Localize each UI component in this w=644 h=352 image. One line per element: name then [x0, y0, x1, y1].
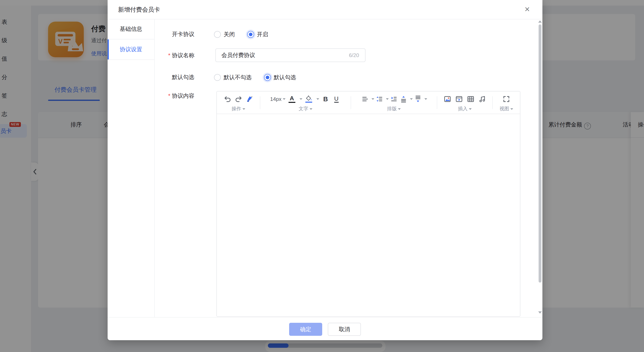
insert-image-icon[interactable] — [443, 94, 452, 104]
cancel-button[interactable]: 取消 — [328, 323, 361, 336]
agreement-name-value: 会员付费协议 — [222, 51, 349, 59]
modal-tab-rail: 基础信息 协议设置 — [108, 19, 155, 317]
add-paid-member-card-modal: 新增付费会员卡 × 基础信息 协议设置 开卡协议 关闭 开启 协议名称 会员付费… — [108, 0, 542, 340]
toolbar-group-operations: 操作 — [217, 91, 260, 114]
fullscreen-icon[interactable] — [502, 94, 511, 104]
space-above-icon[interactable] — [399, 94, 408, 104]
toolbar-group-label[interactable]: 排版 — [351, 105, 437, 112]
space-below-icon[interactable] — [414, 94, 422, 104]
modal-title: 新增付费会员卡 — [118, 0, 160, 19]
font-size-dropdown[interactable]: 14px — [270, 94, 285, 104]
rich-text-editor: 操作 14px A — [216, 91, 520, 317]
chevron-down-icon[interactable] — [300, 98, 302, 100]
radio-off[interactable] — [214, 31, 221, 38]
confirm-button[interactable]: 确定 — [289, 323, 322, 336]
chevron-down-icon — [242, 108, 245, 110]
scrollbar-up-arrow[interactable] — [538, 20, 542, 23]
toolbar-group-label[interactable]: 操作 — [217, 105, 260, 112]
agreement-name-input[interactable]: 会员付费协议 6/20 — [216, 48, 366, 62]
background-color-icon[interactable] — [304, 94, 313, 104]
chevron-down-icon[interactable] — [386, 98, 389, 100]
chevron-down-icon[interactable] — [424, 98, 427, 100]
editor-content-area[interactable] — [217, 114, 520, 316]
indent-icon[interactable] — [390, 94, 398, 104]
field-label-agreement-toggle: 开卡协议 — [138, 30, 194, 38]
font-color-icon[interactable]: A — [288, 94, 296, 104]
chevron-down-icon — [310, 108, 312, 110]
undo-icon[interactable] — [223, 94, 232, 104]
chevron-down-icon — [283, 98, 286, 100]
chevron-down-icon — [398, 108, 401, 110]
underline-icon[interactable]: U — [332, 94, 341, 104]
page: 表 级 值 分 签 志 员卡 NEW V — [0, 0, 644, 352]
format-painter-icon[interactable] — [245, 94, 254, 104]
insert-table-icon[interactable] — [466, 94, 475, 104]
char-counter: 6/20 — [349, 52, 359, 58]
radio-on-label[interactable]: 开启 — [257, 31, 268, 38]
field-label-agreement-content: 协议内容 — [138, 92, 194, 100]
insert-video-icon[interactable] — [455, 94, 464, 104]
toolbar-group-label[interactable]: 插入 — [437, 105, 492, 112]
close-icon[interactable]: × — [521, 3, 533, 15]
radio-off-label[interactable]: 关闭 — [224, 31, 235, 38]
redo-icon[interactable] — [234, 94, 243, 104]
chevron-down-icon — [510, 108, 513, 110]
field-label-agreement-name: 协议名称 — [138, 52, 194, 59]
chevron-down-icon[interactable] — [410, 98, 413, 100]
toolbar-group-label[interactable]: 视图 — [493, 105, 520, 112]
radio-not-checked[interactable] — [214, 74, 221, 81]
bold-icon[interactable]: B — [321, 94, 330, 104]
line-height-icon[interactable] — [375, 94, 384, 104]
modal-header: 新增付费会员卡 × — [108, 0, 542, 19]
radio-checked-selected[interactable] — [264, 74, 271, 81]
toolbar-group-layout: 排版 — [351, 91, 437, 114]
scrollbar-down-arrow[interactable] — [538, 311, 542, 314]
chevron-down-icon — [469, 108, 472, 110]
align-icon[interactable] — [361, 94, 370, 104]
chevron-down-icon[interactable] — [316, 98, 319, 100]
insert-music-icon[interactable] — [478, 94, 487, 104]
radio-on-selected[interactable] — [247, 31, 254, 38]
chevron-down-icon[interactable] — [372, 98, 374, 100]
default-check-radio-group: 默认不勾选 默认勾选 — [214, 74, 296, 81]
agreement-toggle-radio-group: 关闭 开启 — [214, 31, 268, 38]
modal-scrollbar-thumb[interactable] — [538, 24, 542, 283]
toolbar-group-view: 视图 — [493, 91, 520, 114]
radio-checked-label[interactable]: 默认勾选 — [274, 74, 296, 81]
editor-toolbar: 操作 14px A — [217, 91, 520, 114]
radio-not-checked-label[interactable]: 默认不勾选 — [224, 74, 252, 81]
toolbar-group-insert: 插入 — [437, 91, 492, 114]
toolbar-group-label[interactable]: 文字 — [260, 105, 351, 112]
modal-footer: 确定 取消 — [108, 317, 542, 341]
field-label-default-check: 默认勾选 — [138, 73, 194, 81]
toolbar-group-text: 14px A B U 文字 — [260, 91, 351, 114]
